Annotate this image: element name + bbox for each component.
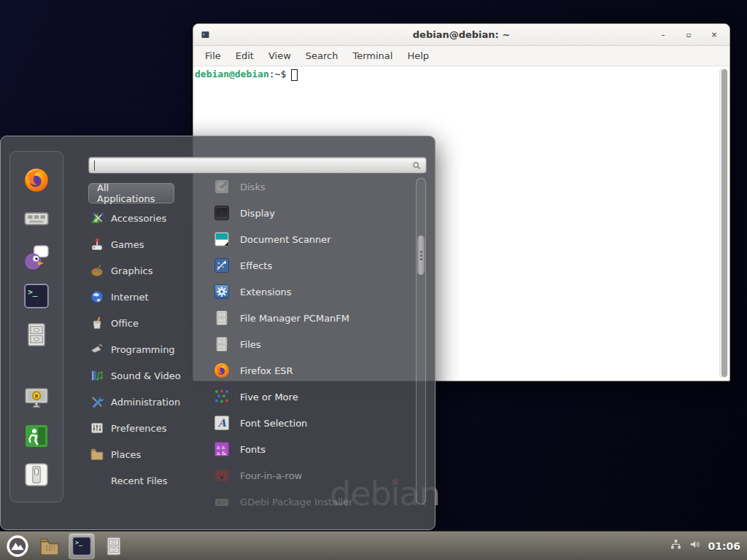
app-label: Disks — [240, 182, 266, 192]
category-administration[interactable]: Administration — [88, 389, 199, 415]
app-firefox-esr[interactable]: Firefox ESR — [207, 357, 411, 384]
terminal-menu-terminal[interactable]: Terminal — [345, 50, 400, 61]
category-label: Programming — [111, 344, 175, 355]
session-logout-button[interactable] — [23, 422, 50, 450]
internet-icon — [90, 289, 104, 304]
app-document-scanner[interactable]: Document Scanner — [207, 226, 411, 252]
taskbar-folder-tan-launcher[interactable]: [D] — [36, 533, 63, 559]
svg-text:a &: a & — [217, 450, 227, 456]
session-lockscreen-button[interactable] — [23, 384, 50, 411]
favorite-cabinet[interactable] — [23, 321, 50, 349]
app-disks[interactable]: Disks — [207, 174, 411, 200]
terminal-menu-file[interactable]: File — [198, 50, 228, 61]
category-label: Graphics — [111, 265, 152, 276]
category-recent-files[interactable]: Recent Files — [88, 467, 199, 494]
menu-scrollbar-track[interactable] — [416, 178, 426, 505]
cabinet-icon — [23, 321, 50, 349]
terminal-menubar: FileEditViewSearchTerminalHelp — [193, 46, 729, 66]
terminal-dark-icon: >_ — [71, 535, 93, 557]
taskbar-cabinet-launcher[interactable] — [101, 533, 127, 559]
category-office[interactable]: Office — [88, 310, 199, 336]
category-label: Administration — [111, 397, 180, 408]
app-label: Display — [240, 208, 275, 219]
terminal-dark-icon: >_ — [23, 282, 50, 310]
close-button[interactable]: × — [709, 31, 719, 39]
favorite-pidgin[interactable] — [23, 244, 50, 271]
app-font-selection[interactable]: AFont Selection — [207, 410, 411, 436]
category-list: All Applications AccessoriesGamesGraphic… — [88, 183, 199, 494]
app-label: Files — [240, 339, 261, 350]
favorite-firefox[interactable] — [23, 166, 50, 194]
firefox-icon — [23, 166, 50, 194]
session-shutdown-button[interactable] — [23, 461, 50, 489]
terminal-menu-view[interactable]: View — [261, 50, 298, 61]
svg-text:>_: >_ — [28, 287, 38, 297]
search-input[interactable] — [89, 158, 411, 173]
category-accessories[interactable]: Accessories — [88, 205, 199, 231]
terminal-menu-edit[interactable]: Edit — [228, 50, 261, 61]
app-gdebi-package-installer[interactable]: GDebi Package Installer — [207, 489, 411, 515]
search-box[interactable] — [88, 157, 427, 174]
terminal-menu-help[interactable]: Help — [400, 50, 436, 61]
category-graphics[interactable]: Graphics — [88, 257, 199, 284]
category-sound-video[interactable]: Sound & Video — [88, 362, 199, 389]
search-caret — [94, 160, 95, 171]
taskbar-launchers: [D]>_ — [0, 533, 127, 559]
app-effects[interactable]: Effects — [207, 252, 411, 279]
terminal-window-icon — [200, 29, 211, 40]
tray-network[interactable] — [670, 538, 682, 553]
terminal-menu-search[interactable]: Search — [298, 50, 346, 61]
fivedots-icon — [213, 388, 231, 405]
terminal-scrollbar-handle[interactable] — [721, 69, 727, 377]
category-preferences[interactable]: Preferences — [88, 415, 199, 441]
category-programming[interactable]: Programming — [88, 336, 199, 362]
app-extensions[interactable]: Extensions — [207, 279, 411, 305]
favorite-software[interactable] — [23, 205, 50, 233]
graphics-icon — [90, 263, 104, 278]
app-fonts[interactable]: a aa &Fonts — [207, 436, 411, 462]
fontsel-icon: A — [213, 414, 231, 432]
category-all-applications[interactable]: All Applications — [88, 183, 174, 203]
search-icon — [411, 160, 422, 171]
category-games[interactable]: Games — [88, 231, 199, 257]
app-label: File Manager PCManFM — [240, 313, 349, 324]
programming-icon — [90, 342, 104, 357]
terminal-cursor — [291, 69, 298, 81]
cabinet-icon — [213, 335, 231, 353]
category-places[interactable]: Places — [88, 441, 199, 467]
app-label: Firefox ESR — [240, 365, 293, 376]
app-label: Effects — [240, 260, 272, 271]
minimize-button[interactable]: – — [658, 31, 668, 39]
terminal-titlebar[interactable]: debian@debian: ~ – ▫ × — [193, 24, 729, 46]
taskbar-menu-circle-button[interactable] — [4, 533, 31, 559]
desktop: debıan debian@debian: ~ – ▫ × FileEditVi… — [0, 0, 747, 560]
app-file-manager-pcmanfm[interactable]: File Manager PCManFM — [207, 305, 411, 331]
menu-scrollbar-handle[interactable] — [417, 236, 425, 275]
app-files[interactable]: Files — [207, 331, 411, 357]
app-four-in-a-row[interactable]: Four-in-a-row — [207, 462, 411, 489]
docscan-icon — [213, 230, 231, 248]
maximize-button[interactable]: ▫ — [684, 31, 694, 39]
application-menu: >_ All Applications AccessoriesGamesGrap… — [0, 136, 436, 530]
shutdown-icon — [23, 462, 50, 488]
volume-icon — [689, 538, 701, 551]
app-label: GDebi Package Installer — [240, 497, 353, 508]
tray-volume[interactable] — [689, 538, 701, 553]
app-display[interactable]: Display — [207, 200, 411, 226]
category-label: Games — [111, 239, 144, 250]
category-label: Office — [111, 318, 139, 329]
disks-icon — [213, 178, 231, 195]
favorite-terminal-dark[interactable]: >_ — [23, 282, 50, 310]
category-label: Recent Files — [111, 475, 168, 486]
category-icon-spacer — [90, 473, 104, 488]
terminal-scrollbar-track[interactable] — [719, 68, 728, 378]
category-internet[interactable]: Internet — [88, 284, 199, 310]
svg-text:A: A — [217, 417, 227, 429]
cabinet-icon — [103, 535, 125, 557]
taskbar: [D]>_ 01:06 — [0, 531, 747, 560]
app-five-or-more[interactable]: Five or More — [207, 384, 411, 410]
category-label: Sound & Video — [111, 370, 181, 381]
category-label: Preferences — [111, 423, 166, 434]
svg-text:[D]: [D] — [45, 545, 56, 552]
taskbar-terminal-dark-launcher[interactable]: >_ — [69, 533, 95, 559]
